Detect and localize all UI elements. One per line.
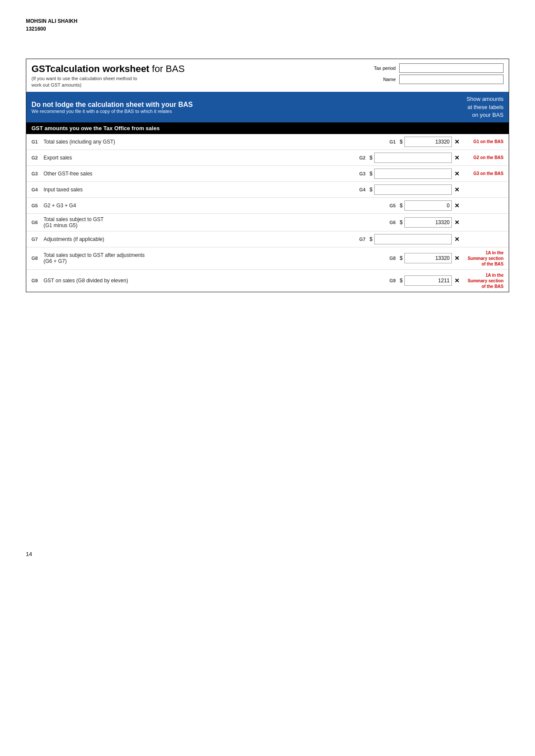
g1-inputs: G1 $ ✕ G1 on the BAS	[389, 137, 504, 147]
g9-code: G9	[31, 278, 44, 283]
g1-field-code: G1	[389, 139, 398, 144]
g7-field-code: G7	[359, 237, 368, 242]
g9-bas-1a: 1A in the	[465, 272, 504, 278]
title-subtitle-2: work out GST amounts)	[31, 82, 357, 87]
g9-input[interactable]	[404, 275, 452, 286]
g4-input[interactable]	[374, 184, 452, 195]
black-banner-text: GST amounts you owe the Tax Office from …	[31, 125, 160, 131]
g4-dollar: $	[369, 187, 372, 193]
g3-desc: Other GST-free sales	[44, 171, 359, 177]
g6-input[interactable]	[404, 217, 452, 228]
g8-bas-summary: Summary section	[465, 256, 504, 261]
title-right: Tax period Name	[366, 63, 504, 84]
g4-desc: Input taxed sales	[44, 187, 359, 193]
name-label: Name	[366, 77, 396, 82]
g8-dollar: $	[400, 255, 403, 261]
g3-xmark: ✕	[454, 170, 460, 177]
row-g6: G6 Total sales subject to GST(G1 minus G…	[26, 214, 509, 231]
g2-bas-label: G2 on the BAS	[465, 155, 504, 160]
g9-field-code: G9	[389, 278, 398, 283]
g7-dollar: $	[369, 236, 372, 242]
g7-desc: Adjustments (if applicable)	[44, 236, 359, 242]
g9-bas-summary: Summary section	[465, 278, 504, 284]
row-g1: G1 Total sales (including any GST) G1 $ …	[26, 134, 509, 150]
g3-inputs: G3 $ ✕ G3 on the BAS	[359, 169, 504, 179]
tax-period-row: Tax period	[366, 63, 504, 73]
g9-desc: GST on sales (G8 divided by eleven)	[44, 278, 389, 284]
g3-bas-label: G3 on the BAS	[465, 171, 504, 176]
black-banner: GST amounts you owe the Tax Office from …	[26, 122, 509, 134]
g1-code: G1	[31, 139, 44, 144]
g2-desc: Export sales	[44, 155, 359, 161]
g9-xmark: ✕	[454, 277, 460, 284]
g9-inputs: G9 $ ✕ 1A in the Summary section of the …	[389, 272, 504, 289]
g4-xmark: ✕	[454, 186, 460, 193]
g6-code: G6	[31, 220, 44, 225]
g4-code: G4	[31, 187, 44, 192]
g6-dollar: $	[400, 219, 403, 225]
g2-code: G2	[31, 155, 44, 160]
g4-field-code: G4	[359, 187, 368, 192]
g6-xmark: ✕	[454, 219, 460, 226]
g8-bas-label: 1A in the Summary section of the BAS	[465, 250, 504, 267]
gst-bold: GST	[31, 63, 50, 74]
row-g4: G4 Input taxed sales G4 $ ✕	[26, 182, 509, 198]
g3-field-code: G3	[359, 171, 368, 176]
g2-xmark: ✕	[454, 154, 460, 161]
tax-period-label: Tax period	[366, 66, 396, 71]
g5-field-code: G5	[389, 203, 398, 208]
page-number: 14	[26, 551, 509, 557]
g6-desc: Total sales subject to GST(G1 minus G5)	[44, 216, 389, 228]
header-id: 1321600	[26, 25, 509, 33]
g8-desc: Total sales subject to GST after adjustm…	[44, 252, 389, 264]
g5-xmark: ✕	[454, 202, 460, 209]
title-left: GSTcalculation worksheet for BAS (If you…	[31, 63, 357, 87]
name-input[interactable]	[399, 75, 504, 84]
blue-banner-title: Do not lodge the calculation sheet with …	[31, 101, 466, 109]
g2-field-code: G2	[359, 155, 368, 160]
g4-inputs: G4 $ ✕	[359, 184, 504, 195]
g7-inputs: G7 $ ✕	[359, 234, 504, 244]
g7-code: G7	[31, 237, 44, 242]
row-g7: G7 Adjustments (if applicable) G7 $ ✕	[26, 231, 509, 247]
show-amounts-box: Show amounts at these labels on your BAS	[466, 95, 504, 119]
g5-dollar: $	[400, 203, 403, 209]
row-g2: G2 Export sales G2 $ ✕ G2 on the BAS	[26, 150, 509, 166]
rows-section: G1 Total sales (including any GST) G1 $ …	[26, 134, 509, 292]
g3-input[interactable]	[374, 169, 452, 179]
g1-bas-label: G1 on the BAS	[465, 139, 504, 144]
g3-code: G3	[31, 171, 44, 176]
g5-inputs: G5 $ ✕	[389, 200, 504, 211]
row-g3: G3 Other GST-free sales G3 $ ✕ G3 on the…	[26, 166, 509, 182]
calc-bold: calculation worksheet	[50, 63, 150, 74]
g9-bas-ofbas: of the BAS	[465, 284, 504, 289]
header-info: MOHSIN ALI SHAIKH 1321600	[26, 17, 509, 33]
g1-input[interactable]	[404, 137, 452, 147]
g7-input[interactable]	[374, 234, 452, 244]
g1-dollar: $	[400, 139, 403, 145]
g8-xmark: ✕	[454, 255, 460, 262]
header-name: MOHSIN ALI SHAIKH	[26, 17, 509, 25]
g2-dollar: $	[369, 155, 372, 161]
g5-desc: G2 + G3 + G4	[44, 203, 389, 209]
worksheet-title: GSTcalculation worksheet for BAS	[31, 63, 357, 75]
blue-banner: Do not lodge the calculation sheet with …	[26, 92, 509, 122]
g8-field-code: G8	[389, 256, 398, 261]
tax-period-input[interactable]	[399, 63, 504, 73]
row-g9: G9 GST on sales (G8 divided by eleven) G…	[26, 270, 509, 292]
g1-desc: Total sales (including any GST)	[44, 139, 389, 145]
blue-banner-sub: We recommend you file it with a copy of …	[31, 109, 466, 114]
for-bas: for BAS	[149, 63, 185, 74]
row-g8: G8 Total sales subject to GST after adju…	[26, 247, 509, 270]
g8-input[interactable]	[404, 253, 452, 263]
g5-code: G5	[31, 203, 44, 208]
g2-input[interactable]	[374, 153, 452, 163]
g7-xmark: ✕	[454, 236, 460, 243]
blue-banner-left: Do not lodge the calculation sheet with …	[31, 101, 466, 114]
g8-code: G8	[31, 256, 44, 261]
g9-dollar: $	[400, 278, 403, 284]
g8-bas-ofbas: of the BAS	[465, 261, 504, 267]
g1-xmark: ✕	[454, 138, 460, 145]
g5-input[interactable]	[404, 200, 452, 211]
show-amounts-line3: on your BAS	[466, 111, 504, 119]
